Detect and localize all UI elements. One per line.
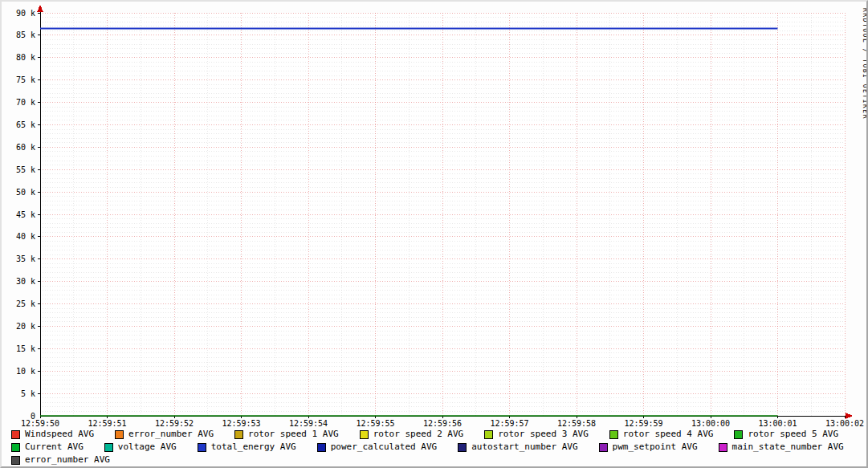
x-tick-label: 13:00:00 bbox=[691, 419, 730, 428]
x-tick-label: 12:59:56 bbox=[423, 419, 462, 428]
y-tick-label: 5 k bbox=[21, 389, 35, 398]
legend-label: rotor speed 2 AVG bbox=[373, 428, 464, 441]
legend-item: rotor speed 2 AVG bbox=[360, 428, 464, 441]
x-tick-label: 12:59:59 bbox=[624, 419, 662, 428]
y-tick-label: 55 k bbox=[16, 165, 35, 174]
chart: RRDTOOL / TOBI OETIKER 05 k10 k15 k20 k2… bbox=[2, 2, 868, 468]
legend-label: voltage AVG bbox=[118, 441, 177, 454]
legend-item: error_number AVG bbox=[115, 428, 214, 441]
legend-item: Windspeed AVG bbox=[11, 428, 94, 441]
legend-item: rotor speed 1 AVG bbox=[234, 428, 339, 441]
y-tick-label: 45 k bbox=[16, 210, 35, 219]
y-tick-label: 80 k bbox=[16, 53, 35, 62]
legend-swatch-icon bbox=[198, 443, 206, 452]
legend-label: power_calculated AVG bbox=[331, 441, 437, 454]
legend-label: error_number AVG bbox=[25, 454, 110, 466]
legend-item: power_calculated AVG bbox=[317, 441, 437, 454]
legend-item: rotor speed 4 AVG bbox=[609, 428, 714, 441]
y-axis-labels: 05 k10 k15 k20 k25 k30 k35 k40 k45 k50 k… bbox=[16, 9, 35, 421]
legend-label: rotor speed 4 AVG bbox=[623, 428, 714, 441]
x-tick-label: 12:59:51 bbox=[88, 419, 126, 428]
legend-swatch-icon bbox=[11, 443, 20, 452]
y-tick-label: 85 k bbox=[16, 31, 35, 39]
x-tick-label: 12:59:54 bbox=[289, 419, 328, 428]
legend-label: Current AVG bbox=[25, 441, 84, 454]
x-axis-arrow-icon bbox=[846, 413, 853, 419]
x-tick-label: 12:59:53 bbox=[222, 419, 260, 428]
legend-swatch-icon bbox=[234, 430, 243, 439]
legend-row: error_number AVG bbox=[11, 454, 862, 466]
legend-label: rotor speed 3 AVG bbox=[498, 428, 589, 441]
y-tick-label: 70 k bbox=[16, 98, 35, 107]
rrdtool-graph: RRDTOOL / TOBI OETIKER 05 k10 k15 k20 k2… bbox=[0, 0, 868, 468]
legend-swatch-icon bbox=[599, 443, 608, 452]
y-axis-arrow-icon bbox=[37, 5, 43, 12]
legend-swatch-icon bbox=[360, 430, 369, 439]
legend-item: main_state_number AVG bbox=[719, 441, 844, 454]
legend-swatch-icon bbox=[719, 443, 727, 452]
y-tick-label: 15 k bbox=[16, 344, 35, 353]
y-tick-label: 25 k bbox=[16, 299, 35, 308]
legend-label: autostart_number AVG bbox=[471, 441, 577, 454]
legend-label: error_number AVG bbox=[128, 428, 214, 441]
legend-swatch-icon bbox=[484, 430, 493, 439]
x-axis-labels: 12:59:5012:59:5112:59:5212:59:5312:59:54… bbox=[21, 419, 864, 428]
legend-swatch-icon bbox=[458, 443, 467, 452]
legend-swatch-icon bbox=[104, 443, 113, 452]
legend-label: rotor speed 5 AVG bbox=[748, 428, 838, 441]
y-tick-label: 30 k bbox=[16, 277, 35, 286]
x-tick-label: 12:59:52 bbox=[155, 419, 194, 428]
y-tick-label: 90 k bbox=[16, 9, 35, 18]
y-tick-label: 10 k bbox=[16, 367, 35, 376]
legend-item: rotor speed 3 AVG bbox=[484, 428, 589, 441]
x-tick-label: 12:59:58 bbox=[557, 419, 596, 428]
x-tick-label: 13:00:02 bbox=[825, 419, 864, 428]
y-tick-label: 20 k bbox=[16, 322, 35, 331]
legend-item: pwm_setpoint AVG bbox=[599, 441, 698, 454]
legend-item: error_number AVG bbox=[11, 454, 110, 466]
y-tick-label: 40 k bbox=[16, 232, 35, 241]
legend: Windspeed AVGerror_number AVGrotor speed… bbox=[11, 428, 862, 466]
legend-swatch-icon bbox=[609, 430, 618, 439]
y-tick-label: 75 k bbox=[16, 75, 35, 84]
legend-item: rotor speed 5 AVG bbox=[734, 428, 838, 441]
x-tick-label: 12:59:50 bbox=[21, 419, 59, 428]
legend-swatch-icon bbox=[317, 443, 326, 452]
legend-label: Windspeed AVG bbox=[25, 428, 94, 441]
legend-label: pwm_setpoint AVG bbox=[613, 441, 698, 454]
legend-label: rotor speed 1 AVG bbox=[248, 428, 339, 441]
x-tick-label: 12:59:57 bbox=[490, 419, 528, 428]
legend-item: autostart_number AVG bbox=[458, 441, 577, 454]
legend-label: main_state_number AVG bbox=[732, 441, 844, 454]
x-tick-label: 12:59:55 bbox=[356, 419, 394, 428]
legend-swatch-icon bbox=[11, 456, 20, 465]
y-tick-label: 65 k bbox=[16, 120, 35, 129]
watermark: RRDTOOL / TOBI OETIKER bbox=[862, 8, 868, 120]
legend-item: voltage AVG bbox=[104, 441, 177, 454]
legend-row: Windspeed AVGerror_number AVGrotor speed… bbox=[11, 428, 862, 441]
legend-swatch-icon bbox=[115, 430, 124, 439]
legend-item: total_energy AVG bbox=[198, 441, 296, 454]
legend-label: total_energy AVG bbox=[211, 441, 296, 454]
legend-swatch-icon bbox=[11, 430, 20, 439]
legend-item: Current AVG bbox=[11, 441, 84, 454]
legend-swatch-icon bbox=[734, 430, 743, 439]
y-tick-label: 50 k bbox=[16, 188, 35, 197]
x-tick-label: 13:00:01 bbox=[758, 419, 797, 428]
y-tick-label: 60 k bbox=[16, 143, 35, 152]
legend-row: Current AVGvoltage AVGtotal_energy AVGpo… bbox=[11, 441, 862, 454]
y-tick-label: 35 k bbox=[16, 254, 35, 263]
